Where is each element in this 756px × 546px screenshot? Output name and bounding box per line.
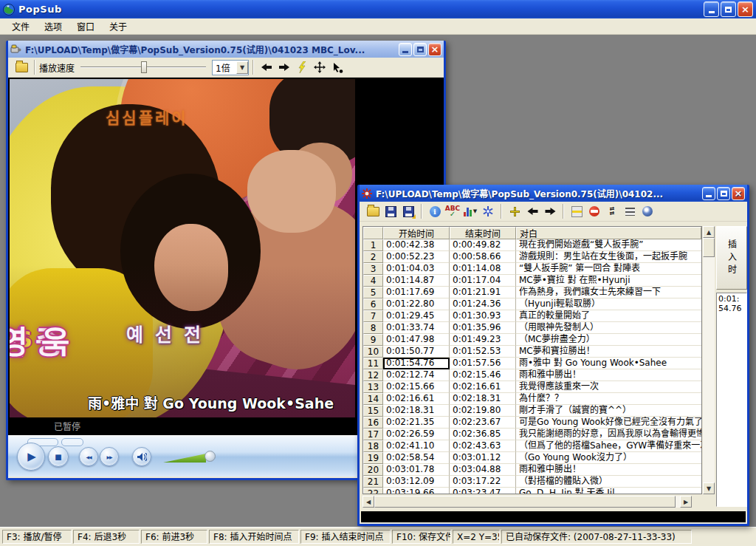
table-row[interactable]: 110:01:54.760:01:57.56雨•雅中 對 Go Young Wo… [363,358,701,369]
cell-end-time[interactable]: 0:03:04.88 [450,464,516,476]
cell-dialogue[interactable]: 可是Go Young Wook好像已經完全沒有力氣了 [516,417,701,429]
step-back-icon[interactable] [259,60,274,75]
table-horizontal-scrollbar[interactable]: ◀ ▶ [362,496,702,508]
cell-start-time[interactable]: 0:03:12.09 [383,476,450,488]
table-row[interactable]: 170:02:26.590:02:36.85我只能謝絕雨的好意，因爲我原以為會輸… [363,429,701,440]
cell-dialogue[interactable]: 雨•雅中 對 Go Young Wook•Sahee [516,358,701,369]
cell-dialogue[interactable]: 我覺得應該重來一次 [516,381,701,393]
save-as-icon[interactable] [401,204,416,219]
scroll-left-icon[interactable]: ◀ [362,496,374,508]
merge-lines-icon[interactable] [622,204,637,219]
table-row[interactable]: 220:03:19.660:03:23.47Go. D. H. Jin 對 天香… [363,488,701,494]
cell-dialogue[interactable]: （MC夢拚盡全力） [516,334,701,346]
cell-dialogue[interactable]: （對搭檔的體貼入微） [516,476,701,488]
header-dialogue[interactable]: 对白 [516,227,701,239]
cell-start-time[interactable]: 0:01:17.69 [383,287,450,298]
cell-start-time[interactable]: 0:03:19.66 [383,488,450,494]
video-close-button[interactable]: × [428,43,441,56]
slider-thumb[interactable] [141,61,147,73]
cell-start-time[interactable]: 0:02:41.10 [383,440,450,452]
table-row[interactable]: 30:01:04.030:01:14.08“雙人扳手腕” 第一回合 對陣表 [363,263,701,275]
cell-start-time[interactable]: 0:02:16.61 [383,393,450,405]
stop-button[interactable]: ■ [48,446,69,467]
table-row[interactable]: 20:00:52.230:00:58.66游戲規則：男生站在女生後面，一起扳手腕 [363,251,701,263]
speed-select-arrow-icon[interactable]: ▼ [236,61,248,74]
table-vertical-scrollbar[interactable]: ▲ ▼ [703,226,715,494]
cell-dialogue[interactable]: （Go Young Wook沒力了） [516,452,701,464]
scroll-right-icon[interactable]: ▶ [680,496,692,508]
menu-options[interactable]: 选项 [37,18,69,34]
cell-end-time[interactable]: 0:01:21.91 [450,287,516,298]
save-icon[interactable] [383,204,398,219]
cell-start-time[interactable]: 0:01:33.74 [383,322,450,334]
table-row[interactable]: 50:01:17.690:01:21.91作為熱身，我們讓女士先來練習一下 [363,287,701,298]
cell-dialogue[interactable]: 為什麼？？ [516,393,701,405]
player-tab[interactable] [61,438,83,446]
cell-end-time[interactable]: 0:01:17.04 [450,275,516,287]
subtitle-window-titlebar[interactable]: F:\UPLOAD\Temp\做字幕\PopSub_Version0.75(试用… [360,185,747,202]
cell-dialogue[interactable]: MC夢•寶拉 對 在熙•Hyunji [516,275,701,287]
cell-end-time[interactable]: 0:00:58.66 [450,251,516,263]
cell-end-time[interactable]: 0:00:49.82 [450,239,516,251]
table-row[interactable]: 150:02:18.310:02:19.80剛才手滑了（誠實的寶^^） [363,405,701,417]
table-row[interactable]: 180:02:41.100:02:43.63（但爲了他的搭檔Sahee，GYW準… [363,440,701,452]
cell-end-time[interactable]: 0:02:36.85 [450,429,516,440]
subtitle-close-button[interactable]: × [732,187,745,200]
cell-start-time[interactable]: 0:02:18.31 [383,405,450,417]
table-row[interactable]: 100:01:50.770:01:52.53MC夢和寶拉勝出！ [363,346,701,358]
cell-end-time[interactable]: 0:02:18.31 [450,393,516,405]
cell-dialogue[interactable]: （但爲了他的搭檔Sahee，GYW準備好重來一次） [516,440,701,452]
table-row[interactable]: 70:01:29.450:01:30.93真正的較量開始了 [363,310,701,322]
preview-icon[interactable] [640,204,655,219]
insert-timepoint-icon[interactable] [507,204,522,219]
header-start-time[interactable]: 开始时间 [383,227,450,239]
prev-button[interactable]: ◀◀ [79,447,98,466]
spellcheck-icon[interactable]: ABC✓ [445,204,460,219]
step-forward-icon[interactable] [277,60,292,75]
cell-start-time[interactable]: 0:01:29.45 [383,310,450,322]
table-row[interactable]: 210:03:12.090:03:17.22（對搭檔的體貼入微） [363,476,701,488]
cell-end-time[interactable]: 0:01:35.96 [450,322,516,334]
pan-move-icon[interactable] [312,60,327,75]
table-row[interactable]: 80:01:33.740:01:35.96（用眼神先發制人） [363,322,701,334]
cell-end-time[interactable]: 0:03:17.22 [450,476,516,488]
cell-start-time[interactable]: 0:01:54.76 [383,358,450,369]
playback-speed-slider[interactable] [80,61,206,74]
info-icon[interactable]: i [427,204,442,219]
volume-slider[interactable] [163,454,206,463]
cell-dialogue[interactable]: MC夢和寶拉勝出！ [516,346,701,358]
cell-end-time[interactable]: 0:02:16.61 [450,381,516,393]
lightning-icon[interactable] [295,60,309,75]
cell-end-time[interactable]: 0:01:49.23 [450,334,516,346]
cell-dialogue[interactable]: 雨和雅中勝出！ [516,464,701,476]
speed-select[interactable]: 1倍 ▼ [212,60,249,75]
split-line-icon[interactable] [569,204,584,219]
cell-end-time[interactable]: 0:01:14.08 [450,263,516,275]
cell-start-time[interactable]: 0:02:26.59 [383,429,450,440]
table-row[interactable]: 90:01:47.980:01:49.23（MC夢拚盡全力） [363,334,701,346]
table-row[interactable]: 10:00:42.380:00:49.82現在我們開始遊戲“雙人扳手腕” [363,239,701,251]
cell-end-time[interactable]: 0:02:43.63 [450,440,516,452]
cell-dialogue[interactable]: 現在我們開始遊戲“雙人扳手腕” [516,239,701,251]
cell-dialogue[interactable]: 我只能謝絕雨的好意，因爲我原以為會輸得更慘 [516,429,701,440]
app-maximize-button[interactable] [721,1,736,17]
cell-dialogue[interactable]: Go. D. H. Jin 對 天香 Jil [516,488,701,494]
menu-about[interactable]: 关于 [102,18,134,34]
cell-start-time[interactable]: 0:02:21.35 [383,417,450,429]
cell-end-time[interactable]: 0:02:23.67 [450,417,516,429]
subtitle-maximize-button[interactable] [717,187,730,200]
cell-start-time[interactable]: 0:00:42.38 [383,239,450,251]
play-button[interactable]: ▶ [17,443,45,471]
cell-end-time[interactable]: 0:01:57.56 [450,358,516,369]
table-row[interactable]: 130:02:15.660:02:16.61我覺得應該重來一次 [363,381,701,393]
cell-end-time[interactable]: 0:01:52.53 [450,346,516,358]
cell-dialogue[interactable]: 雨和雅中勝出！ [516,369,701,381]
cell-start-time[interactable]: 0:02:12.74 [383,369,450,381]
scroll-up-icon[interactable]: ▲ [703,226,715,238]
app-minimize-button[interactable] [704,1,719,17]
cell-dialogue[interactable]: （用眼神先發制人） [516,322,701,334]
stop-icon[interactable] [587,204,602,219]
seek-back-icon[interactable] [525,204,540,219]
video-maximize-button[interactable] [413,43,427,56]
seek-forward-icon[interactable] [543,204,557,219]
